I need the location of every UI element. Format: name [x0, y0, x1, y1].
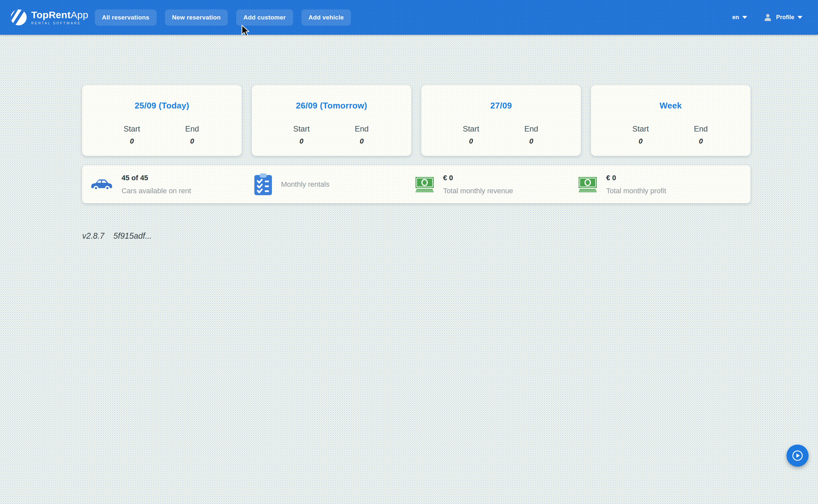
start-value: 0: [441, 137, 501, 145]
user-icon: [763, 13, 772, 22]
stats-bar: 45 of 45 Cars available on rent Monthly …: [82, 165, 750, 203]
version-info: v2.8.7 5f915adf...: [82, 231, 750, 241]
card-tomorrow: 26/09 (Tomorrow) Start 0 End 0: [252, 85, 411, 156]
summary-cards: 25/09 (Today) Start 0 End 0 26/09 (Tomor…: [82, 85, 750, 156]
end-label: End: [501, 124, 562, 133]
dashboard-content: 25/09 (Today) Start 0 End 0 26/09 (Tomor…: [82, 85, 750, 241]
nav-new-reservation[interactable]: New reservation: [165, 9, 228, 26]
nav-all-reservations[interactable]: All reservations: [95, 9, 157, 26]
stat-monthly-revenue: € 0 Total monthly revenue: [415, 165, 513, 203]
money-icon: [578, 177, 597, 192]
checklist-icon: [254, 173, 272, 195]
card-week: Week Start 0 End 0: [591, 85, 750, 156]
cars-available-value: 45 of 45: [121, 174, 191, 182]
language-selector[interactable]: en: [732, 14, 747, 21]
play-circle-icon: [792, 450, 803, 461]
end-value: 0: [332, 137, 392, 145]
version-number: v2.8.7: [82, 231, 104, 241]
monthly-revenue-value: € 0: [443, 174, 513, 182]
card-title: 27/09: [422, 101, 581, 111]
cars-available-label: Cars available on rent: [121, 187, 191, 195]
card-day-after: 27/09 Start 0 End 0: [422, 85, 581, 156]
stat-cars-available: 45 of 45 Cars available on rent: [91, 165, 191, 203]
play-fab-button[interactable]: [787, 445, 809, 467]
nav-add-customer[interactable]: Add customer: [236, 9, 293, 26]
end-value: 0: [162, 137, 222, 145]
road-logo-icon: [11, 9, 27, 25]
navbar: TopRentApp RENTAL SOFTWARE All reservati…: [0, 0, 818, 35]
brand-name: TopRentApp: [31, 10, 88, 20]
card-today: 25/09 (Today) Start 0 End 0: [82, 85, 242, 156]
start-label: Start: [441, 124, 501, 133]
monthly-revenue-label: Total monthly revenue: [443, 187, 513, 195]
money-icon: [415, 177, 434, 192]
card-title: Week: [591, 101, 750, 111]
end-label: End: [162, 124, 222, 133]
start-label: Start: [271, 124, 332, 133]
profile-menu[interactable]: Profile: [763, 13, 802, 22]
end-label: End: [332, 124, 392, 133]
card-title: 26/09 (Tomorrow): [252, 101, 411, 111]
build-hash[interactable]: 5f915adf...: [113, 231, 152, 241]
language-label: en: [732, 14, 739, 21]
end-label: End: [671, 124, 731, 133]
profile-label: Profile: [776, 14, 794, 21]
chevron-down-icon: [798, 16, 802, 19]
monthly-profit-value: € 0: [606, 174, 666, 182]
monthly-profit-label: Total monthly profit: [606, 187, 666, 195]
brand-tagline: RENTAL SOFTWARE: [31, 21, 88, 25]
navbar-right: en Profile: [732, 13, 802, 22]
start-value: 0: [271, 137, 332, 145]
chevron-down-icon: [742, 16, 747, 19]
end-value: 0: [501, 137, 562, 145]
stat-monthly-rentals: Monthly rentals: [254, 165, 329, 203]
end-value: 0: [671, 137, 731, 145]
start-label: Start: [610, 124, 671, 133]
main-nav: All reservations New reservation Add cus…: [95, 9, 351, 26]
car-icon: [91, 177, 112, 192]
nav-add-vehicle[interactable]: Add vehicle: [301, 9, 351, 26]
stat-monthly-profit: € 0 Total monthly profit: [578, 165, 666, 203]
start-label: Start: [102, 124, 162, 133]
card-title: 25/09 (Today): [82, 101, 242, 111]
start-value: 0: [610, 137, 671, 145]
start-value: 0: [102, 137, 162, 145]
monthly-rentals-label: Monthly rentals: [281, 180, 329, 189]
brand-logo[interactable]: TopRentApp RENTAL SOFTWARE: [11, 9, 88, 25]
